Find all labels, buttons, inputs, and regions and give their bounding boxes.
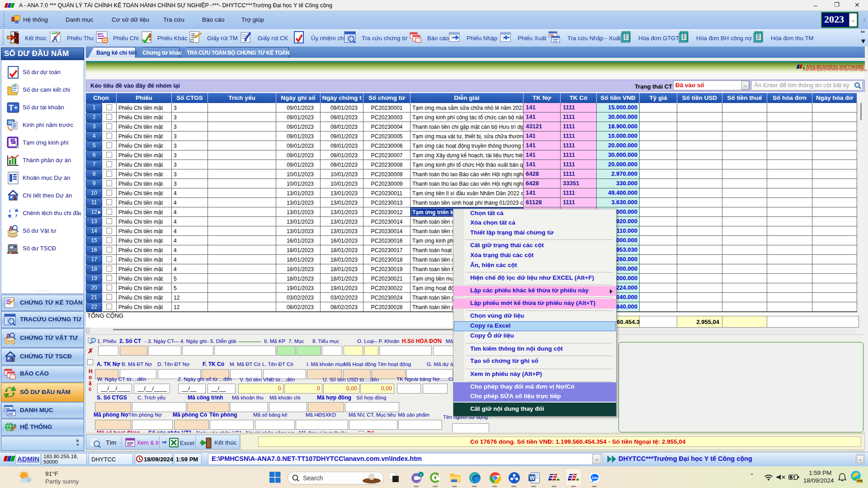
svg-text:+: + xyxy=(14,104,18,111)
svg-text:A: A xyxy=(52,35,58,43)
svg-text:1: 1 xyxy=(420,473,422,477)
svg-text:Zalo: Zalo xyxy=(592,476,599,480)
svg-text:T: T xyxy=(9,103,14,113)
svg-text:?: ? xyxy=(502,36,505,41)
svg-text:W: W xyxy=(530,475,535,481)
svg-text:PRE: PRE xyxy=(857,479,863,483)
